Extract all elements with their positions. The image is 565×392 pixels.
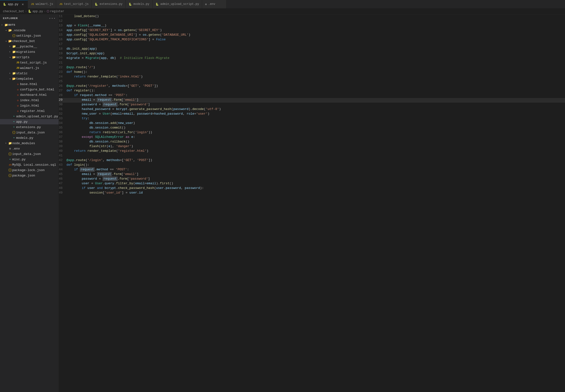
package-lock-json-label: package-lock.json (12, 168, 45, 172)
line-num-49: 49 (59, 191, 67, 195)
line-code-19: bcrypt.init_app(app) (67, 52, 565, 55)
breadcrumb-app-py[interactable]: app.py (32, 10, 43, 13)
line-code-20: migrate = Migrate(app, db) # Initialize … (67, 56, 565, 60)
sidebar-item-configure-bot-html[interactable]: ◇ configure_bot.html (0, 87, 59, 92)
sidebar-item-scripts[interactable]: › 📂 scripts (0, 55, 59, 60)
line-num-34: 34 (59, 121, 67, 125)
tab-label: app.py (8, 3, 18, 6)
sidebar-item-walmart-js[interactable]: JS walmart.js (0, 65, 59, 71)
sidebar-item-extensions-py[interactable]: ▪ extensions.py (0, 124, 59, 130)
line-code-45: email = request.form['email'] (67, 172, 565, 176)
no-arrow (4, 169, 8, 171)
editor-area[interactable]: 11 load_dotenv() 12 13 app = Flask(__nam… (59, 14, 565, 392)
line-num-44: 44 (59, 168, 67, 171)
breadcrumb-register[interactable]: register (50, 10, 64, 13)
sidebar-item-dashboard-html[interactable]: ◇ dashboard.html (0, 92, 59, 98)
code-line-21: 21 (59, 61, 565, 66)
folder-icon: 📁 (12, 45, 16, 48)
sidebar-item-base-html[interactable]: ◇ base.html (0, 81, 59, 87)
tab-admin-upload-py[interactable]: 🐍 admin_upload_script.py (152, 0, 202, 8)
sidebar-item-index-html[interactable]: ◇ index.html (0, 98, 59, 103)
sidebar-item-input-data-json[interactable]: {} input_data.json (0, 130, 59, 135)
code-line-35: 35 db.session.commit() (59, 126, 565, 130)
folder-icon: 📁 (8, 141, 12, 145)
sidebar-item-package-json[interactable]: {} package.json (0, 173, 59, 178)
sidebar-item-package-lock-json[interactable]: {} package-lock.json (0, 168, 59, 173)
sidebar-item-static[interactable]: › 📁 static (0, 71, 59, 76)
sidebar-item-models-py[interactable]: ▪ models.py (0, 135, 59, 140)
sidebar-item-templates[interactable]: › 📂 templates (0, 76, 59, 81)
line-num-43: 43 (59, 163, 67, 167)
breadcrumb-sep: › (25, 10, 27, 13)
tab-app-py[interactable]: 🐍 app.py ✕ (0, 0, 28, 8)
sidebar-item-mysql-session-sql[interactable]: 🗃 MySQL Local.session.sql (0, 162, 59, 168)
json-icon: {} (12, 34, 16, 37)
line-num-24: 24 (59, 75, 67, 78)
folder-open-icon: 📂 (8, 28, 12, 32)
more-actions-icon[interactable]: ··· (49, 16, 56, 20)
tab-extensions-py[interactable]: 🐍 extensions.py (92, 0, 126, 8)
line-code-15: app.config['SQLALCHEMY_DATABASE_URI'] = … (67, 33, 565, 37)
sidebar-item-pycache[interactable]: › 📁 __pycache__ (0, 44, 59, 49)
py-icon: 🐍 (95, 3, 98, 6)
code-line-47: 47 user = User.query.filter_by(email=ema… (59, 182, 565, 186)
code-line-14: 14 app.config['SECRET_KEY'] = os.getenv(… (59, 28, 565, 33)
js-icon: JS (16, 61, 20, 64)
tab-models-py[interactable]: 🐍 models.py (126, 0, 152, 8)
sidebar-item-checkout-bot[interactable]: › 📂 checkout_bot (0, 38, 59, 44)
folder-open-icon: 📂 (12, 77, 16, 81)
sidebar: EXPLORER ··· › 📁 BOTS › 📂 .vscode (0, 14, 59, 392)
line-code-22: @app.route('/') (67, 66, 565, 69)
sidebar-item-test-script-js[interactable]: JS test_script.js (0, 60, 59, 65)
sidebar-item-misc-py[interactable]: ▪ misc.py (0, 157, 59, 162)
line-num-33: 33 (59, 117, 67, 120)
tab-walmart-js[interactable]: JS walmart.js (28, 0, 56, 8)
sidebar-item-admin-upload-script-py[interactable]: ▪ admin_upload_script.py (0, 114, 59, 119)
line-num-30: 30 (59, 103, 67, 106)
line-code-11: load_dotenv() (67, 14, 565, 18)
py-icon: ▪ (12, 136, 16, 139)
sidebar-item-login-html[interactable]: ◇ login.html (0, 103, 59, 108)
static-label: static (16, 72, 28, 75)
sidebar-root-bots[interactable]: › 📁 BOTS (0, 22, 59, 28)
sidebar-item-env[interactable]: ⚙ .env (0, 146, 59, 151)
code-container: 11 load_dotenv() 12 13 app = Flask(__nam… (59, 14, 565, 392)
breadcrumb-checkout-bot[interactable]: checkout_bot (3, 10, 24, 13)
code-line-45: 45 email = request.form['email'] (59, 172, 565, 177)
sidebar-item-migrations[interactable]: › 📁 migrations (0, 49, 59, 55)
checkout-bot-label: checkout_bot (12, 39, 35, 43)
py-icon: ▪ (12, 126, 16, 128)
py-icon: ▪ (12, 120, 16, 123)
tab-close-button[interactable]: ✕ (21, 2, 25, 6)
sidebar-item-vscode[interactable]: › 📂 .vscode (0, 28, 59, 33)
no-arrow (12, 110, 16, 112)
line-code-33: try: (67, 117, 565, 120)
tab-test-script-js[interactable]: JS test_script.js (56, 0, 92, 8)
code-line-17: 17 (59, 42, 565, 47)
line-num-14: 14 (59, 28, 67, 32)
tab-label: .env (208, 2, 215, 6)
no-arrow (8, 34, 12, 37)
line-num-20: 20 (59, 56, 67, 60)
code-line-38: 38 db.session.rollback() (59, 140, 565, 144)
line-code-40: return render_template('register.html') (67, 149, 565, 153)
no-arrow (12, 67, 16, 70)
sidebar-item-root-input-data-json[interactable]: {} input_data.json (0, 151, 59, 157)
line-code-35: db.session.commit() (67, 126, 565, 129)
no-arrow (12, 83, 16, 85)
line-code-49: session['user_id'] = user.id (67, 191, 565, 195)
sidebar-item-node-modules[interactable]: › 📁 node_modules (0, 140, 59, 146)
no-arrow (4, 174, 8, 177)
app-py-label: app.py (16, 120, 28, 124)
env-label: .env (12, 147, 20, 151)
sidebar-item-register-html[interactable]: ◇ register.html (0, 108, 59, 114)
sidebar-item-settings-json[interactable]: {} settings.json (0, 33, 59, 38)
no-arrow (4, 153, 8, 155)
code-line-22: 22 @app.route('/') (59, 66, 565, 70)
tab-env[interactable]: ⚙ .env (202, 0, 227, 8)
arrow-icon: › (5, 39, 7, 43)
sidebar-item-app-py[interactable]: ▪ app.py (0, 119, 59, 124)
register-html-label: register.html (20, 109, 45, 113)
tab-label: walmart.js (35, 2, 53, 6)
line-code-26: @app.route('/register', methods=['GET', … (67, 84, 565, 88)
